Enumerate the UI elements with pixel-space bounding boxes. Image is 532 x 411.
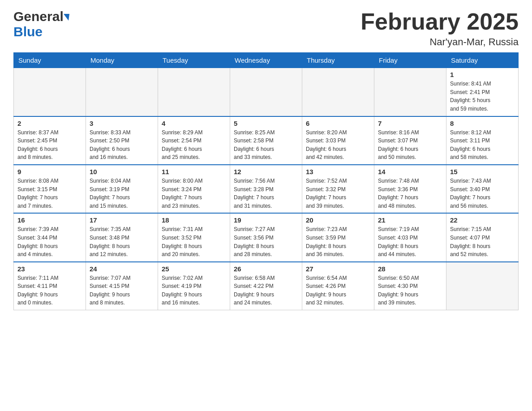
day-info: Sunrise: 6:58 AMSunset: 4:22 PMDaylight:…: [234, 274, 298, 307]
day-info: Sunrise: 7:56 AMSunset: 3:28 PMDaylight:…: [234, 177, 298, 210]
calendar-cell: 15Sunrise: 7:43 AMSunset: 3:40 PMDayligh…: [446, 165, 519, 213]
calendar-cell: 24Sunrise: 7:07 AMSunset: 4:15 PMDayligh…: [86, 262, 158, 310]
calendar-cell: 28Sunrise: 6:50 AMSunset: 4:30 PMDayligh…: [374, 262, 446, 310]
day-number: 13: [306, 168, 370, 176]
day-number: 3: [90, 120, 154, 127]
calendar-cell: 19Sunrise: 7:27 AMSunset: 3:56 PMDayligh…: [230, 213, 302, 261]
day-info: Sunrise: 8:00 AMSunset: 3:24 PMDaylight:…: [162, 177, 226, 210]
calendar-cell: [374, 68, 446, 116]
calendar-cell: [14, 68, 86, 116]
calendar-cell: 26Sunrise: 6:58 AMSunset: 4:22 PMDayligh…: [230, 262, 302, 310]
calendar-cell: 6Sunrise: 8:20 AMSunset: 3:03 PMDaylight…: [302, 116, 374, 165]
calendar-cell: [86, 68, 158, 116]
day-number: 25: [162, 265, 226, 273]
day-number: 5: [234, 120, 298, 127]
col-wednesday: Wednesday: [230, 53, 302, 68]
calendar-cell: 3Sunrise: 8:33 AMSunset: 2:50 PMDaylight…: [86, 116, 158, 165]
day-info: Sunrise: 7:43 AMSunset: 3:40 PMDaylight:…: [450, 177, 515, 210]
day-number: 4: [162, 120, 226, 127]
calendar-week-row: 9Sunrise: 8:08 AMSunset: 3:15 PMDaylight…: [14, 165, 519, 213]
calendar-cell: 18Sunrise: 7:31 AMSunset: 3:52 PMDayligh…: [158, 213, 230, 261]
day-number: 23: [17, 265, 82, 273]
calendar-cell: 4Sunrise: 8:29 AMSunset: 2:54 PMDaylight…: [158, 116, 230, 165]
day-number: 27: [306, 265, 370, 273]
day-number: 10: [90, 168, 154, 176]
col-saturday: Saturday: [446, 53, 519, 68]
calendar-body: 1Sunrise: 8:41 AMSunset: 2:41 PMDaylight…: [14, 68, 519, 310]
day-info: Sunrise: 6:50 AMSunset: 4:30 PMDaylight:…: [378, 274, 442, 307]
day-info: Sunrise: 7:15 AMSunset: 4:07 PMDaylight:…: [450, 225, 515, 258]
logo-general: General: [13, 9, 64, 24]
calendar-week-row: 16Sunrise: 7:39 AMSunset: 3:44 PMDayligh…: [14, 213, 519, 261]
calendar-cell: [158, 68, 230, 116]
logo-triangle-icon: [64, 14, 69, 21]
calendar-cell: 14Sunrise: 7:48 AMSunset: 3:36 PMDayligh…: [374, 165, 446, 213]
calendar-cell: 13Sunrise: 7:52 AMSunset: 3:32 PMDayligh…: [302, 165, 374, 213]
day-number: 1: [450, 71, 515, 78]
calendar-cell: 25Sunrise: 7:02 AMSunset: 4:19 PMDayligh…: [158, 262, 230, 310]
day-number: 24: [90, 265, 154, 273]
calendar-cell: 7Sunrise: 8:16 AMSunset: 3:07 PMDaylight…: [374, 116, 446, 165]
day-info: Sunrise: 8:20 AMSunset: 3:03 PMDaylight:…: [306, 128, 370, 162]
calendar-cell: 20Sunrise: 7:23 AMSunset: 3:59 PMDayligh…: [302, 213, 374, 261]
day-number: 11: [162, 168, 226, 176]
calendar-cell: 9Sunrise: 8:08 AMSunset: 3:15 PMDaylight…: [14, 165, 86, 213]
day-info: Sunrise: 8:41 AMSunset: 2:41 PMDaylight:…: [450, 80, 515, 113]
day-info: Sunrise: 7:19 AMSunset: 4:03 PMDaylight:…: [378, 225, 442, 258]
day-info: Sunrise: 7:48 AMSunset: 3:36 PMDaylight:…: [378, 177, 442, 210]
days-header-row: Sunday Monday Tuesday Wednesday Thursday…: [14, 53, 519, 68]
day-info: Sunrise: 8:08 AMSunset: 3:15 PMDaylight:…: [17, 177, 82, 210]
day-number: 6: [306, 120, 370, 127]
day-number: 19: [234, 216, 298, 224]
day-info: Sunrise: 8:16 AMSunset: 3:07 PMDaylight:…: [378, 128, 442, 162]
calendar-cell: [230, 68, 302, 116]
calendar-cell: 27Sunrise: 6:54 AMSunset: 4:26 PMDayligh…: [302, 262, 374, 310]
calendar-cell: 22Sunrise: 7:15 AMSunset: 4:07 PMDayligh…: [446, 213, 519, 261]
day-number: 7: [378, 120, 442, 127]
day-number: 12: [234, 168, 298, 176]
day-number: 21: [378, 216, 442, 224]
day-info: Sunrise: 8:04 AMSunset: 3:19 PMDaylight:…: [90, 177, 154, 210]
day-info: Sunrise: 8:29 AMSunset: 2:54 PMDaylight:…: [162, 128, 226, 162]
day-info: Sunrise: 7:31 AMSunset: 3:52 PMDaylight:…: [162, 225, 226, 258]
day-info: Sunrise: 7:27 AMSunset: 3:56 PMDaylight:…: [234, 225, 298, 258]
day-number: 17: [90, 216, 154, 224]
calendar-cell: 17Sunrise: 7:35 AMSunset: 3:48 PMDayligh…: [86, 213, 158, 261]
calendar-cell: 8Sunrise: 8:12 AMSunset: 3:11 PMDaylight…: [446, 116, 519, 165]
calendar-week-row: 23Sunrise: 7:11 AMSunset: 4:11 PMDayligh…: [14, 262, 519, 310]
calendar-cell: 16Sunrise: 7:39 AMSunset: 3:44 PMDayligh…: [14, 213, 86, 261]
col-sunday: Sunday: [14, 53, 86, 68]
day-info: Sunrise: 7:39 AMSunset: 3:44 PMDaylight:…: [17, 225, 82, 258]
day-number: 20: [306, 216, 370, 224]
day-number: 28: [378, 265, 442, 273]
page: General Blue February 2025 Nar'yan-Mar, …: [0, 0, 532, 324]
day-number: 18: [162, 216, 226, 224]
day-info: Sunrise: 8:25 AMSunset: 2:58 PMDaylight:…: [234, 128, 298, 162]
month-title: February 2025: [360, 9, 519, 34]
calendar-cell: 5Sunrise: 8:25 AMSunset: 2:58 PMDaylight…: [230, 116, 302, 165]
col-thursday: Thursday: [302, 53, 374, 68]
calendar-cell: 1Sunrise: 8:41 AMSunset: 2:41 PMDaylight…: [446, 68, 519, 116]
calendar-week-row: 2Sunrise: 8:37 AMSunset: 2:45 PMDaylight…: [14, 116, 519, 165]
day-info: Sunrise: 7:35 AMSunset: 3:48 PMDaylight:…: [90, 225, 154, 258]
calendar-cell: 23Sunrise: 7:11 AMSunset: 4:11 PMDayligh…: [14, 262, 86, 310]
calendar-cell: 10Sunrise: 8:04 AMSunset: 3:19 PMDayligh…: [86, 165, 158, 213]
calendar-cell: 12Sunrise: 7:56 AMSunset: 3:28 PMDayligh…: [230, 165, 302, 213]
location: Nar'yan-Mar, Russia: [360, 36, 519, 48]
day-info: Sunrise: 7:23 AMSunset: 3:59 PMDaylight:…: [306, 225, 370, 258]
col-friday: Friday: [374, 53, 446, 68]
col-monday: Monday: [86, 53, 158, 68]
day-info: Sunrise: 8:33 AMSunset: 2:50 PMDaylight:…: [90, 128, 154, 162]
day-number: 2: [17, 120, 82, 127]
day-info: Sunrise: 6:54 AMSunset: 4:26 PMDaylight:…: [306, 274, 370, 307]
calendar-header: Sunday Monday Tuesday Wednesday Thursday…: [14, 53, 519, 68]
day-info: Sunrise: 7:02 AMSunset: 4:19 PMDaylight:…: [162, 274, 226, 307]
header: General Blue February 2025 Nar'yan-Mar, …: [13, 9, 519, 48]
logo: General Blue: [13, 9, 69, 39]
day-number: 26: [234, 265, 298, 273]
day-number: 15: [450, 168, 515, 176]
col-tuesday: Tuesday: [158, 53, 230, 68]
calendar-week-row: 1Sunrise: 8:41 AMSunset: 2:41 PMDaylight…: [14, 68, 519, 116]
day-info: Sunrise: 7:07 AMSunset: 4:15 PMDaylight:…: [90, 274, 154, 307]
calendar-cell: 2Sunrise: 8:37 AMSunset: 2:45 PMDaylight…: [14, 116, 86, 165]
